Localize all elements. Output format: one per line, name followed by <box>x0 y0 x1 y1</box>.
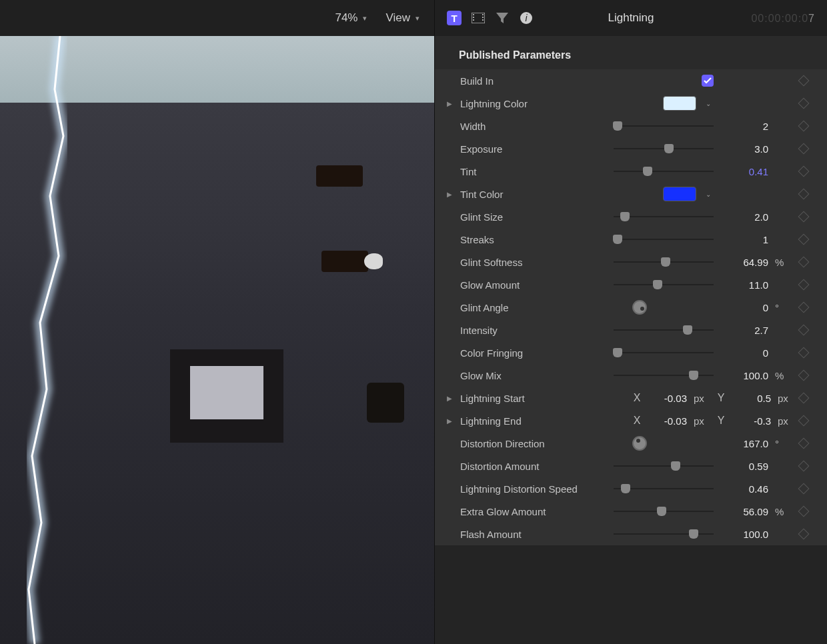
param-unit: % <box>775 506 792 517</box>
param-value[interactable]: 0 <box>720 302 768 313</box>
keyframe-icon[interactable] <box>798 461 810 472</box>
param-unit: % <box>775 257 792 268</box>
param-value[interactable]: 0 <box>720 347 768 359</box>
lightning-distortion-speed-slider[interactable] <box>614 483 714 494</box>
tab-text[interactable]: T <box>447 11 462 25</box>
param-value[interactable]: 167.0 <box>720 438 768 449</box>
keyframe-icon[interactable] <box>798 189 810 200</box>
param-value[interactable]: 11.0 <box>720 279 768 291</box>
param-flash-amount: Flash Amount 100.0 <box>435 523 827 545</box>
disclosure-icon[interactable]: ▶ <box>442 100 458 107</box>
chevron-down-icon: ▾ <box>363 14 367 23</box>
param-value[interactable]: 0.46 <box>720 483 768 495</box>
viewport-canvas[interactable] <box>0 36 434 644</box>
param-value[interactable]: 2.7 <box>720 325 768 336</box>
keyframe-icon[interactable] <box>798 166 810 177</box>
param-value[interactable]: 56.09 <box>720 506 768 517</box>
app-root: 74% ▾ View ▾ <box>0 0 827 644</box>
param-value[interactable]: 3.0 <box>720 143 768 155</box>
tab-video[interactable] <box>471 11 486 25</box>
width-slider[interactable] <box>614 121 714 131</box>
keyframe-icon[interactable] <box>798 279 810 291</box>
tab-info[interactable]: i <box>519 11 534 25</box>
param-distortion-amount: Distortion Amount 0.59 <box>435 455 827 477</box>
glow-mix-slider[interactable] <box>614 370 714 381</box>
view-dropdown[interactable]: View ▾ <box>385 11 420 25</box>
keyframe-icon[interactable] <box>798 506 810 517</box>
keyframe-icon[interactable] <box>798 143 810 155</box>
keyframe-icon[interactable] <box>798 98 810 109</box>
color-fringing-slider[interactable] <box>614 347 714 358</box>
tint-slider[interactable] <box>614 166 714 177</box>
param-label: Glow Amount <box>458 279 614 291</box>
flash-amount-slider[interactable] <box>614 529 714 539</box>
param-label: Exposure <box>458 143 614 155</box>
build-in-checkbox[interactable] <box>702 75 714 87</box>
param-value[interactable]: 64.99 <box>720 257 768 268</box>
keyframe-icon[interactable] <box>798 75 810 87</box>
angle-dial[interactable] <box>632 436 647 451</box>
keyframe-icon[interactable] <box>798 393 810 404</box>
tab-filter[interactable] <box>495 11 510 25</box>
keyframe-icon[interactable] <box>798 483 810 495</box>
keyframe-icon[interactable] <box>798 325 810 336</box>
param-value[interactable]: 2 <box>720 121 768 132</box>
param-value[interactable]: 2.0 <box>720 211 768 223</box>
param-value[interactable]: 100.0 <box>720 529 768 540</box>
wall-hole <box>367 383 404 423</box>
keyframe-icon[interactable] <box>798 370 810 381</box>
disclosure-icon[interactable]: ▶ <box>442 191 458 198</box>
param-lightning-color: ▶ Lightning Color ⌄ <box>435 92 827 115</box>
param-value[interactable]: 0.41 <box>720 166 768 177</box>
keyframe-icon[interactable] <box>798 529 810 540</box>
viewer-toolbar: 74% ▾ View ▾ <box>0 0 434 36</box>
keyframe-icon[interactable] <box>798 415 810 427</box>
param-value[interactable]: 0.59 <box>720 461 768 472</box>
color-swatch[interactable] <box>663 187 696 201</box>
extra-glow-amount-slider[interactable] <box>614 506 714 517</box>
param-glow-mix: Glow Mix 100.0% <box>435 364 827 387</box>
angle-dial[interactable] <box>632 300 647 315</box>
param-label: Distortion Direction <box>458 438 614 449</box>
param-value[interactable]: 1 <box>720 234 768 245</box>
param-glint-softness: Glint Softness 64.99% <box>435 251 827 273</box>
svg-rect-1 <box>473 14 474 15</box>
zoom-dropdown[interactable]: 74% ▾ <box>335 11 367 25</box>
px-unit: px <box>778 393 792 404</box>
param-value[interactable]: 100.0 <box>720 370 768 381</box>
glint-softness-slider[interactable] <box>614 257 714 267</box>
keyframe-icon[interactable] <box>798 438 810 449</box>
keyframe-icon[interactable] <box>798 257 810 268</box>
svg-rect-4 <box>482 14 484 15</box>
keyframe-icon[interactable] <box>798 121 810 132</box>
intensity-slider[interactable] <box>614 325 714 335</box>
wall-hole <box>321 251 368 272</box>
x-label: X <box>631 415 643 427</box>
y-value[interactable]: 0.5 <box>734 393 771 404</box>
keyframe-icon[interactable] <box>798 302 810 313</box>
param-unit: ° <box>775 438 792 449</box>
param-tint: Tint 0.41 <box>435 160 827 183</box>
keyframe-icon[interactable] <box>798 234 810 245</box>
chevron-down-icon[interactable]: ⌄ <box>703 100 714 107</box>
disclosure-icon[interactable]: ▶ <box>442 417 458 425</box>
timecode: 00:00:00:07 <box>751 12 815 25</box>
color-swatch[interactable] <box>663 96 696 111</box>
glow-amount-slider[interactable] <box>614 279 714 290</box>
exposure-slider[interactable] <box>614 143 714 154</box>
y-value[interactable]: -0.3 <box>734 415 771 427</box>
parameters-list: Build In ▶ Lightning Color ⌄ <box>435 69 827 545</box>
chevron-down-icon[interactable]: ⌄ <box>703 191 714 198</box>
param-label: Streaks <box>458 234 614 245</box>
y-label: Y <box>715 392 727 404</box>
x-value[interactable]: -0.03 <box>650 415 687 427</box>
keyframe-icon[interactable] <box>798 211 810 223</box>
streaks-slider[interactable] <box>614 234 714 245</box>
x-label: X <box>631 392 643 404</box>
keyframe-icon[interactable] <box>798 347 810 359</box>
glint-size-slider[interactable] <box>614 211 714 222</box>
distortion-amount-slider[interactable] <box>614 461 714 471</box>
disclosure-icon[interactable]: ▶ <box>442 395 458 402</box>
param-color-fringing: Color Fringing 0 <box>435 341 827 364</box>
x-value[interactable]: -0.03 <box>650 393 687 404</box>
